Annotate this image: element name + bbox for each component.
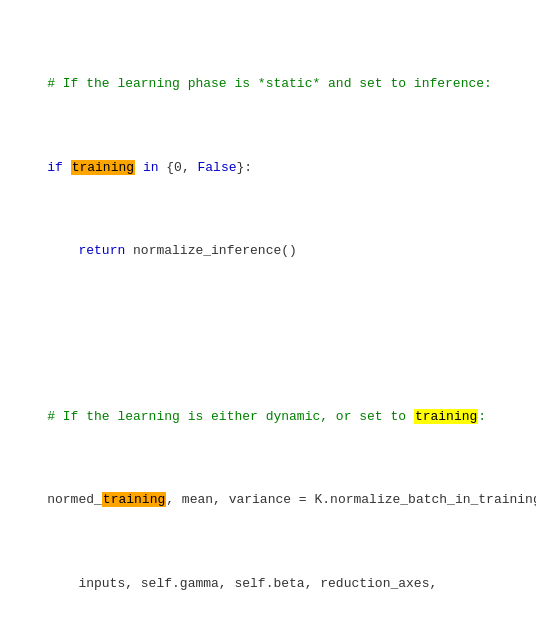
empty-1: [16, 324, 520, 345]
code-container: # If the learning phase is *static* and …: [16, 12, 520, 644]
line-normed-training: normed_training, mean, variance = K.norm…: [16, 490, 520, 511]
line-comment-1: # If the learning phase is *static* and …: [16, 74, 520, 95]
line-inputs: inputs, self.gamma, self.beta, reduction…: [16, 574, 520, 595]
line-comment-2: # If the learning is either dynamic, or …: [16, 407, 520, 428]
line-if-training: if training in {0, False}:: [16, 158, 520, 179]
line-return-normalize-inference: return normalize_inference(): [16, 241, 520, 262]
